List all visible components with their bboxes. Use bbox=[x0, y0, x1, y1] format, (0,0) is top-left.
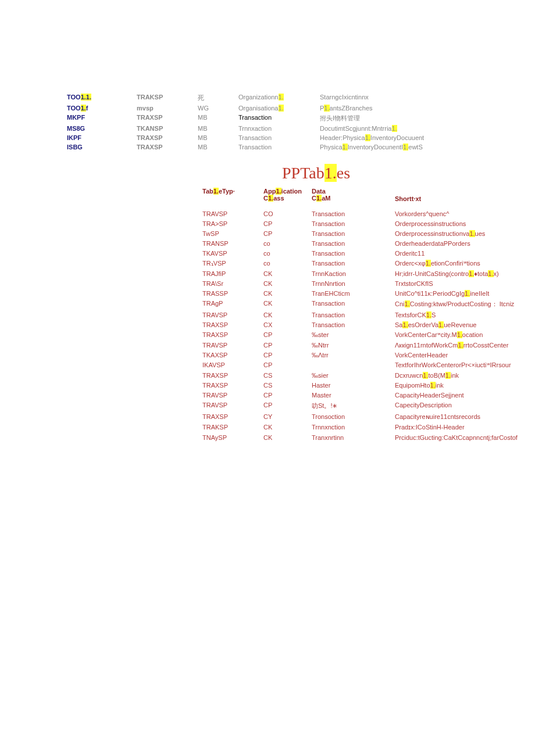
pp-row-app: CP bbox=[263, 341, 312, 349]
pp-row-shorttext: OrderheaderdataPPorders bbox=[395, 239, 535, 248]
pp-row-shorttext: EquipomHto1.ink bbox=[395, 381, 535, 389]
pp-row-type: TNAySP bbox=[202, 433, 263, 442]
pp-row-shorttext: Dcxruwcn1.toB(M1.ink bbox=[395, 371, 535, 379]
pp-row-type: TRASSP bbox=[202, 289, 263, 298]
pp-row-type: TRAXSP bbox=[202, 331, 263, 339]
pp-row-dataclass: Transaction bbox=[312, 311, 395, 319]
pp-row-app: CP bbox=[263, 230, 312, 238]
pp-row-dataclass: Transaction bbox=[312, 210, 395, 218]
pp-row-shorttext: TrxtstorCKfIS bbox=[395, 280, 535, 288]
pp-row-app: CY bbox=[263, 413, 312, 421]
pp-row-dataclass: Transaction bbox=[312, 299, 395, 309]
pp-row-dataclass: TranEHCticm bbox=[312, 289, 395, 298]
pp-row-shorttext: Pradɪx:ICoStinH-Header bbox=[395, 423, 535, 432]
top-row-shorttext: DocutimtScgjunnt:Mntrria1. bbox=[320, 124, 465, 132]
top-row-dataclass: Transaction bbox=[238, 113, 320, 123]
pp-row-app: co bbox=[263, 249, 312, 257]
top-row-code: MKPF bbox=[67, 113, 137, 123]
top-row-shorttext: 拊头I物料管理 bbox=[320, 113, 465, 123]
pp-row-shorttext: CapecityDescription bbox=[395, 401, 535, 411]
pp-row-type: IKAVSP bbox=[202, 361, 263, 370]
top-row-app: MB bbox=[198, 124, 238, 132]
top-row-app: MB bbox=[198, 134, 238, 142]
pp-row-app: CP bbox=[263, 351, 312, 359]
top-row-type: TRAXSP bbox=[137, 134, 198, 142]
top-row-type: TRAKSP bbox=[137, 93, 198, 103]
pp-row-shorttext: Sa1.esOrderVa1.ueRevenue bbox=[395, 321, 535, 329]
pp-row-dataclass: Master bbox=[312, 391, 395, 399]
pp-row-dataclass: Transaction bbox=[312, 230, 395, 238]
pp-row-type: TR₁VSP bbox=[202, 259, 263, 268]
pp-row-dataclass: Transaction bbox=[312, 220, 395, 228]
pp-row-dataclass: Transaction bbox=[312, 321, 395, 329]
pp-row-shorttext: Orderitc11 bbox=[395, 249, 535, 257]
top-row-code: MS8G bbox=[67, 124, 137, 132]
pp-row-type: TRANSP bbox=[202, 239, 263, 248]
top-row-code: TOO1.f bbox=[67, 104, 137, 112]
pp-hdr-short: Shortt·xt bbox=[395, 187, 535, 203]
top-row-shorttext: Header:Physica1.InventoryDocuuent bbox=[320, 134, 465, 142]
top-row-code: TOO1.1. bbox=[67, 93, 137, 103]
pp-row-type: TRAVSP bbox=[202, 401, 263, 411]
pp-row-app: CK bbox=[263, 289, 312, 298]
pp-row-dataclass: ‰Λtrr bbox=[312, 351, 395, 359]
pp-row-dataclass: ‰Ntrr bbox=[312, 341, 395, 349]
title-a: PPTab bbox=[282, 164, 324, 182]
pp-row-dataclass: Transaction bbox=[312, 249, 395, 257]
pp-row-type: TRAVSP bbox=[202, 210, 263, 218]
pp-row-type: TRAKSP bbox=[202, 423, 263, 432]
pp-row-type: TRAgP bbox=[202, 299, 263, 309]
top-row-app: MB bbox=[198, 143, 238, 151]
top-row-app: MB bbox=[198, 113, 238, 123]
pp-row-type: TRAVSP bbox=[202, 341, 263, 349]
top-row-type: mvsp bbox=[137, 104, 198, 112]
top-row-type: TRAXSP bbox=[137, 113, 198, 123]
pp-row-dataclass: ‰ster bbox=[312, 331, 395, 339]
pp-row-dataclass: Trnnxnction bbox=[312, 423, 395, 432]
pp-row-type: TRAXSP bbox=[202, 321, 263, 329]
pp-row-type: TRAVSP bbox=[202, 311, 263, 319]
pp-row-dataclass: Transaction bbox=[312, 239, 395, 248]
pp-row-type: TRAXSP bbox=[202, 413, 263, 421]
pp-row-dataclass: Haster bbox=[312, 381, 395, 389]
pp-row-app: CK bbox=[263, 433, 312, 442]
pp-row-type: TRAXSP bbox=[202, 371, 263, 379]
pp-row-app: CK bbox=[263, 299, 312, 309]
pp-row-type: TRAVSP bbox=[202, 391, 263, 399]
top-row-shorttext: StarngcIxicntinnx bbox=[320, 93, 465, 103]
title-hl: 1. bbox=[324, 164, 337, 182]
top-row-app: 死 bbox=[198, 93, 238, 103]
pp-row-app: co bbox=[263, 259, 312, 268]
top-row-dataclass: Trnnxaction bbox=[238, 124, 320, 132]
pp-row-shorttext: Prciduc:tGucting:CaKtCcapnncntj;farCosto… bbox=[395, 433, 535, 442]
pp-row-dataclass: TrnnKaction bbox=[312, 270, 395, 278]
top-row-shorttext: P1.antsZBranches bbox=[320, 104, 465, 112]
pp-row-app: CP bbox=[263, 401, 312, 411]
pp-row-dataclass: Transaction bbox=[312, 259, 395, 268]
pp-row-shorttext: TextforIhrWorkCenterorPr<×iuctiʷIRrsour bbox=[395, 361, 535, 370]
pp-row-dataclass: TrnnNnrtion bbox=[312, 280, 395, 288]
pp-row-shorttext: Cni1.Costing:ktwк/ProductCosting： Itcniz bbox=[395, 299, 535, 309]
pp-row-app: CK bbox=[263, 423, 312, 432]
pp-row-shorttext: TextsforCK1.S bbox=[395, 311, 535, 319]
top-row-dataclass: Organizationn1. bbox=[238, 93, 320, 103]
pp-row-dataclass: Tranxnrtinn bbox=[312, 433, 395, 442]
pp-row-app: CK bbox=[263, 270, 312, 278]
pp-row-shorttext: VorkCenterHeader bbox=[395, 351, 535, 359]
pp-row-app: CS bbox=[263, 371, 312, 379]
pp-row-app: CP bbox=[263, 220, 312, 228]
pp-hdr-data: Data C1.aM bbox=[312, 187, 395, 203]
pp-row-shorttext: Orderprocessinstructionva1.ues bbox=[395, 230, 535, 238]
pp-row-app: CK bbox=[263, 280, 312, 288]
pp-row-type: TKAVSP bbox=[202, 249, 263, 257]
pp-row-shorttext: VorkCenterCarʷcity.M1.ocation bbox=[395, 331, 535, 339]
pp-row-dataclass: 叻St。!∗ bbox=[312, 401, 395, 411]
pp-row-shorttext: Hr;idrr-UnitCaSting(contro1.♦tota1.x) bbox=[395, 270, 535, 278]
top-table: TOO1.1.TRAKSP死Organizationn1.StarngcIxic… bbox=[67, 93, 535, 151]
pp-row-type: TRAJfiP bbox=[202, 270, 263, 278]
title-b: es bbox=[337, 164, 350, 182]
pp-row-dataclass bbox=[312, 361, 395, 370]
pp-row-dataclass: ‰sier bbox=[312, 371, 395, 379]
pp-row-app: CX bbox=[263, 321, 312, 329]
pp-hdr-tabletype: Tab1.eTyp· bbox=[202, 187, 263, 203]
